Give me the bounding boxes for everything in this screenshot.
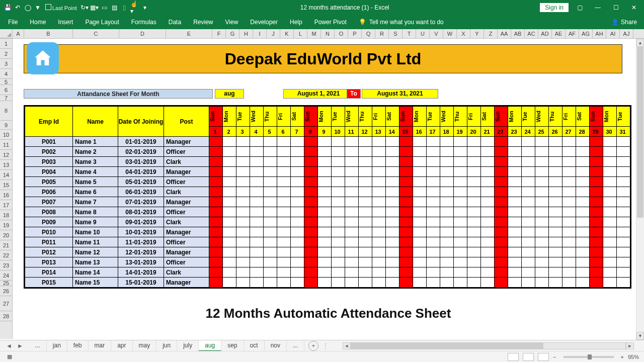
ribbon-tab-home[interactable]: Home	[24, 17, 52, 28]
row-header[interactable]: 6	[0, 85, 12, 95]
col-header[interactable]: V	[430, 29, 443, 38]
col-header[interactable]: J	[267, 29, 280, 38]
col-header[interactable]: E	[166, 29, 212, 38]
zoom-slider[interactable]	[564, 356, 614, 358]
row-header[interactable]: 19	[0, 220, 12, 230]
attendance-grid[interactable]: Emp IdNameDate Of JoiningPostSunMonTueWe…	[24, 105, 631, 289]
col-header[interactable]: AG	[579, 29, 593, 38]
refresh-icon[interactable]: ↻▾	[80, 3, 89, 12]
ribbon-options-icon[interactable]: ▢	[573, 2, 587, 14]
ribbon-tab-review[interactable]: Review	[187, 17, 219, 28]
row-header[interactable]: 24	[0, 270, 12, 281]
row-header[interactable]: 3	[0, 59, 12, 69]
table-row[interactable]: P015Name 1515-01-2019Manager	[25, 278, 630, 288]
row-header[interactable]: 28	[0, 311, 12, 321]
table-row[interactable]: P009Name 909-01-2019Clark	[25, 217, 630, 227]
col-header[interactable]: B	[24, 29, 73, 38]
row-header[interactable]: 13	[0, 160, 12, 170]
col-header[interactable]: H	[239, 29, 253, 38]
sheet-tab-mar[interactable]: mar	[89, 340, 112, 351]
row-header[interactable]: 20	[0, 230, 12, 240]
row-header[interactable]: 18	[0, 210, 12, 220]
row-header[interactable]: 25	[0, 281, 12, 286]
worksheet-area[interactable]: Deepak EduWorld Pvt Ltd Attandance Sheet…	[13, 39, 644, 339]
col-header[interactable]: AA	[498, 29, 511, 38]
macro-icon[interactable]: ▦	[7, 353, 12, 360]
circle-icon[interactable]: ◯	[23, 3, 32, 12]
row-header[interactable]: 7	[0, 95, 12, 101]
col-header[interactable]: S	[389, 29, 403, 38]
sheet-tab-...[interactable]: ...	[29, 340, 47, 351]
undo-icon[interactable]: ↶	[13, 3, 22, 12]
col-header[interactable]: Z	[484, 29, 498, 38]
col-header[interactable]: R	[375, 29, 389, 38]
sheet-tab-...[interactable]: ...	[287, 340, 304, 351]
col-header[interactable]: W	[443, 29, 457, 38]
sheet-tab-jun[interactable]: jun	[156, 340, 177, 351]
maximize-icon[interactable]: ☐	[609, 2, 623, 14]
sheet-tab-july[interactable]: july	[177, 340, 199, 351]
row-header[interactable]: 4	[0, 69, 12, 79]
add-sheet-button[interactable]: +	[308, 341, 318, 351]
last-point-toggle[interactable]: Last Point	[43, 4, 79, 11]
col-header[interactable]: A	[13, 29, 24, 38]
col-header[interactable]: M	[307, 29, 321, 38]
col-header[interactable]: T	[403, 29, 416, 38]
row-header[interactable]: 14	[0, 170, 12, 180]
ribbon-tab-page-layout[interactable]: Page Layout	[79, 17, 125, 28]
row-header[interactable]: 26	[0, 286, 12, 296]
table-row[interactable]: P005Name 505-01-2019Officer	[25, 177, 630, 187]
table-icon[interactable]: ▤	[110, 3, 119, 12]
sheet-tab-jan[interactable]: jan	[47, 340, 67, 351]
col-header[interactable]: AF	[566, 29, 579, 38]
col-header[interactable]: O	[335, 29, 348, 38]
row-header[interactable]: 9	[0, 121, 12, 130]
vba-icon[interactable]: ▯	[120, 3, 129, 12]
border-icon[interactable]: ▭	[100, 3, 109, 12]
zoom-out-icon[interactable]: −	[553, 354, 556, 360]
col-header[interactable]: X	[457, 29, 470, 38]
ribbon-tab-power-pivot[interactable]: Power Pivot	[308, 17, 353, 28]
vertical-scrollbar[interactable]: ▲ ▼	[636, 39, 644, 340]
horizontal-scrollbar[interactable]: ◄ ►	[343, 342, 634, 349]
col-header[interactable]: L	[294, 29, 307, 38]
share-button[interactable]: 👤 Share	[611, 19, 642, 26]
close-icon[interactable]: ✕	[627, 2, 641, 14]
col-header[interactable]: AH	[593, 29, 606, 38]
col-header[interactable]: I	[253, 29, 267, 38]
sign-in-button[interactable]: Sign in	[540, 3, 569, 12]
row-header[interactable]: 10	[0, 130, 12, 140]
col-header[interactable]: AI	[606, 29, 620, 38]
minimize-icon[interactable]: —	[591, 2, 605, 14]
row-header[interactable]: 1	[0, 39, 12, 49]
sheet-tab-nov[interactable]: nov	[265, 340, 287, 351]
row-header[interactable]: 21	[0, 240, 12, 250]
col-header[interactable]: Q	[362, 29, 375, 38]
scroll-right-icon[interactable]: ►	[626, 342, 634, 349]
row-header[interactable]: 17	[0, 200, 12, 210]
row-header[interactable]: 8	[0, 101, 12, 121]
ribbon-tab-file[interactable]: File	[2, 17, 24, 28]
table-row[interactable]: P014Name 1414-01-2019Clark	[25, 267, 630, 278]
sheet-tab-sep[interactable]: sep	[221, 340, 244, 351]
row-header[interactable]: 16	[0, 190, 12, 200]
sheet-tab-oct[interactable]: oct	[244, 340, 265, 351]
table-row[interactable]: P007Name 707-01-2019Manager	[25, 197, 630, 207]
tab-nav[interactable]: ◄►	[0, 342, 29, 349]
ribbon-tab-formulas[interactable]: Formulas	[125, 17, 163, 28]
col-header[interactable]: AD	[538, 29, 552, 38]
table-row[interactable]: P002Name 202-01-2019Officer	[25, 147, 630, 157]
table-row[interactable]: P010Name 1010-01-2019Manager	[25, 227, 630, 237]
scroll-up-icon[interactable]: ▲	[636, 39, 644, 47]
sheet-tab-aug[interactable]: aug	[199, 340, 221, 351]
col-header[interactable]: D	[119, 29, 166, 38]
col-header[interactable]: C	[73, 29, 119, 38]
ribbon-tab-insert[interactable]: Insert	[52, 17, 79, 28]
table-row[interactable]: P001Name 101-01-2019Manager	[25, 137, 630, 147]
sheet-tab-may[interactable]: may	[133, 340, 157, 351]
table-row[interactable]: P008Name 808-01-2019Officer	[25, 207, 630, 217]
row-header[interactable]: 15	[0, 180, 12, 190]
row-header[interactable]: 23	[0, 260, 12, 270]
table-row[interactable]: P006Name 606-01-2019Clark	[25, 187, 630, 197]
ribbon-tab-help[interactable]: Help	[284, 17, 308, 28]
